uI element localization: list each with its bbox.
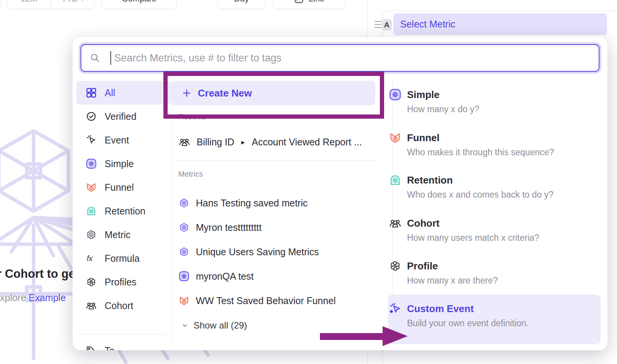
search-input[interactable] — [113, 52, 599, 64]
retention-icon — [86, 205, 97, 217]
cohort-people-icon — [389, 217, 402, 230]
drag-handle-icon[interactable] — [375, 21, 381, 28]
compare-button[interactable]: Compare — [102, 0, 177, 9]
search-icon — [90, 53, 100, 63]
chart-type-button[interactable]: Line — [273, 0, 346, 9]
event-cursor-icon — [86, 134, 97, 146]
verified-badge-icon — [86, 111, 97, 122]
metric-list-item[interactable]: WW Test Saved Behavior Funnel — [178, 294, 336, 308]
day-granularity-button[interactable]: Day — [217, 0, 266, 9]
simple-metric-icon — [86, 158, 97, 169]
metric-hexagon-icon — [178, 246, 190, 258]
formula-fx-icon: fx — [86, 253, 97, 264]
annotation-arrow — [320, 325, 409, 347]
line-chart-icon — [294, 0, 304, 4]
column-divider — [172, 80, 172, 345]
custom-event-cursor-icon — [389, 302, 402, 315]
simple-metric-icon — [389, 88, 402, 101]
sidebar-item-simple[interactable]: Simple — [76, 152, 171, 176]
date-range-control: 12M YTD▾ — [7, 0, 95, 9]
sidebar-item-tag-partial[interactable]: Ta — [76, 339, 171, 350]
sidebar-item-verified[interactable]: Verified — [76, 105, 171, 128]
tag-icon — [86, 345, 97, 350]
sidebar-item-metric[interactable]: Metric — [76, 223, 171, 246]
sidebar-item-all[interactable]: All — [76, 81, 171, 105]
section-divider — [174, 160, 375, 161]
explore-prefix: xplore — [0, 292, 29, 303]
range-ytd-button[interactable]: YTD▾ — [51, 0, 95, 9]
metric-clause-badge[interactable]: A — [382, 19, 392, 31]
funnel-icon — [86, 182, 97, 193]
sidebar-item-funnel[interactable]: Funnel — [76, 176, 171, 199]
empty-state-headline: r Cohort to ge — [0, 267, 75, 281]
cohort-people-icon — [178, 136, 191, 148]
caret-down-icon: ▾ — [81, 0, 84, 3]
cohort-people-icon — [86, 300, 97, 311]
text-cursor — [110, 51, 111, 65]
chevron-down-icon — [181, 321, 189, 330]
sidebar-item-formula[interactable]: fx Formula — [76, 246, 171, 270]
type-option-cohort[interactable]: Cohort How many users match x criteria? — [389, 217, 595, 243]
metric-list-item[interactable]: Hans Testing saved metric — [178, 196, 308, 210]
simple-metric-icon — [178, 271, 190, 282]
type-option-simple[interactable]: Simple How many x do y? — [389, 88, 595, 115]
funnel-icon — [178, 295, 190, 306]
screen: r Cohort to ge xplore Example 12M YTD▾ C… — [0, 0, 617, 364]
recent-item[interactable]: Billing ID ▸ Account Viewed Report ... — [178, 135, 362, 149]
search-focus-ring — [79, 42, 601, 74]
sidebar-item-event[interactable]: Event — [76, 128, 171, 152]
type-option-custom-event[interactable]: Custom Event Build your own event defini… — [389, 302, 595, 329]
metric-hexagon-icon — [178, 197, 190, 209]
range-12m-button[interactable]: 12M — [7, 0, 51, 9]
profiles-cluster-icon — [389, 259, 402, 272]
grid-icon — [86, 87, 97, 98]
sidebar-item-cohort[interactable]: Cohort — [76, 294, 171, 317]
metric-hexagon-icon — [178, 222, 190, 233]
sidebar-item-retention[interactable]: Retention — [76, 199, 171, 223]
breadcrumb-caret-icon: ▸ — [241, 138, 245, 147]
type-option-retention[interactable]: Retention Who does x and comes back to d… — [389, 174, 595, 200]
profiles-cluster-icon — [86, 276, 97, 288]
example-link[interactable]: Example — [29, 292, 66, 303]
category-sidebar: All Verified Event Simple Funnel Retenti… — [76, 81, 171, 350]
empty-state-explore-line: xplore Example — [0, 292, 66, 303]
search-field[interactable] — [81, 44, 599, 72]
annotation-highlight-box — [163, 72, 384, 119]
show-all-button[interactable]: Show all (29) — [181, 319, 247, 332]
toolbar-button-fragment[interactable] — [0, 0, 2, 9]
metric-list-item[interactable]: Unique Users Saving Metrics — [178, 245, 319, 259]
sidebar-divider — [78, 334, 166, 334]
select-metric-dropdown[interactable]: Select Metric — [393, 13, 607, 35]
metric-hexagon-icon — [86, 229, 97, 240]
type-option-funnel[interactable]: Funnel Who makes it through this sequenc… — [389, 131, 595, 158]
type-option-profile[interactable]: Profile How many x are there? — [389, 259, 595, 286]
retention-icon — [389, 174, 402, 187]
metric-list-item[interactable]: Myron testtttttttt — [178, 221, 262, 234]
funnel-icon — [389, 131, 402, 144]
metrics-header: Metrics — [178, 170, 203, 179]
metric-list-item[interactable]: myronQA test — [178, 269, 254, 283]
sidebar-item-profiles[interactable]: Profiles — [76, 270, 171, 294]
svg-text:fx: fx — [87, 254, 93, 263]
